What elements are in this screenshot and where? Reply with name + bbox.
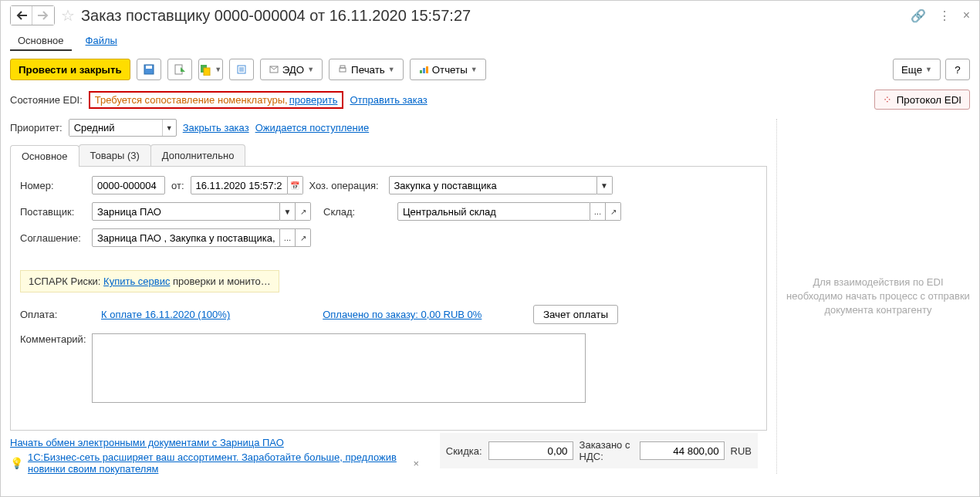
edo-label: ЭДО xyxy=(282,64,305,76)
offset-payment-button[interactable]: Зачет оплаты xyxy=(533,305,618,324)
svg-rect-10 xyxy=(340,68,346,72)
currency-label: RUB xyxy=(731,445,752,457)
calendar-icon[interactable]: 📅 xyxy=(288,176,303,194)
ellipsis-icon[interactable]: … xyxy=(590,202,606,221)
svg-rect-13 xyxy=(423,68,425,73)
titlebar: ☆ Заказ поставщику 0000-000004 от 16.11.… xyxy=(10,5,970,25)
chevron-down-icon[interactable]: ▼ xyxy=(597,176,613,194)
top-tabs: Основное Файлы xyxy=(10,32,970,51)
forward-button[interactable] xyxy=(32,6,54,25)
warehouse-group: … ↗ xyxy=(397,202,621,221)
supplier-input[interactable] xyxy=(92,202,280,221)
discount-input[interactable] xyxy=(488,441,573,460)
back-button[interactable] xyxy=(11,6,32,25)
comment-textarea[interactable] xyxy=(92,333,586,403)
inner-tab-goods[interactable]: Товары (3) xyxy=(79,144,151,166)
payment-label: Оплата: xyxy=(20,309,86,320)
svg-rect-12 xyxy=(420,70,422,73)
open-icon[interactable]: ↗ xyxy=(296,228,311,247)
agreement-input[interactable] xyxy=(92,228,280,247)
start-exchange-link[interactable]: Начать обмен электронными документами с … xyxy=(10,437,284,448)
paid-link[interactable]: Оплачено по заказу: 0,00 RUB 0% xyxy=(323,309,482,320)
expected-link[interactable]: Ожидается поступление xyxy=(255,122,370,134)
send-order-link[interactable]: Отправить заказ xyxy=(350,94,427,106)
op-group: ▼ xyxy=(389,176,613,194)
edo-button[interactable]: ЭДО▼ xyxy=(260,59,323,80)
save-button[interactable] xyxy=(137,59,161,80)
inner-tab-main[interactable]: Основное xyxy=(10,145,79,167)
number-label: Номер: xyxy=(20,180,86,191)
reports-button[interactable]: Отчеты▼ xyxy=(410,59,486,80)
spark-link[interactable]: Купить сервис xyxy=(103,276,170,287)
create-based-button[interactable]: ▼ xyxy=(198,59,223,80)
ellipsis-icon[interactable]: … xyxy=(280,228,296,247)
tab-files[interactable]: Файлы xyxy=(78,32,125,51)
print-label: Печать xyxy=(351,64,385,76)
close-order-link[interactable]: Закрыть заказ xyxy=(183,122,249,134)
priority-select[interactable]: ▼ xyxy=(69,119,177,137)
star-icon[interactable]: ☆ xyxy=(61,6,75,25)
open-icon[interactable]: ↗ xyxy=(296,202,311,221)
number-input[interactable] xyxy=(92,176,165,194)
comment-label: Комментарий: xyxy=(20,333,86,403)
title-icons: 🔗 ⋮ × xyxy=(911,8,970,23)
op-input[interactable] xyxy=(389,176,597,194)
tab-main[interactable]: Основное xyxy=(10,32,72,51)
link-icon[interactable]: 🔗 xyxy=(911,8,926,23)
to-pay-link[interactable]: К оплате 16.11.2020 (100%) xyxy=(101,309,230,320)
main-area: Приоритет: ▼ Закрыть заказ Ожидается пос… xyxy=(10,119,970,474)
left-panel: Приоритет: ▼ Закрыть заказ Ожидается пос… xyxy=(10,119,777,474)
post-button[interactable] xyxy=(167,59,192,80)
close-icon[interactable]: × xyxy=(963,8,970,22)
totals: Скидка: Заказано с НДС: RUB xyxy=(440,433,758,468)
warehouse-label: Склад: xyxy=(323,206,391,218)
chevron-down-icon[interactable]: ▼ xyxy=(280,202,296,221)
form-panel: Номер: от: 📅 Хоз. операция: ▼ Поставщик: xyxy=(10,167,767,431)
open-icon[interactable]: ↗ xyxy=(606,202,621,221)
bulb-icon: 💡 xyxy=(10,457,23,469)
right-panel: Для взаимодействия по EDI необходимо нач… xyxy=(777,119,970,474)
edi-info-message: Для взаимодействия по EDI необходимо нач… xyxy=(786,276,970,318)
window: ☆ Заказ поставщику 0000-000004 от 16.11.… xyxy=(0,0,980,497)
edi-status-box: Требуется сопоставление номенклатуры, пр… xyxy=(89,91,344,109)
check-link[interactable]: проверить xyxy=(289,94,338,106)
page-title: Заказ поставщику 0000-000004 от 16.11.20… xyxy=(81,7,904,25)
spark-prefix: 1СПАРК Риски: xyxy=(29,276,103,287)
tip-close-icon[interactable]: × xyxy=(413,458,419,469)
svg-rect-1 xyxy=(146,66,152,69)
discount-label: Скидка: xyxy=(446,445,482,457)
post-and-close-button[interactable]: Провести и закрыть xyxy=(10,59,130,80)
protocol-label: Протокол EDI xyxy=(897,94,961,106)
inner-tab-extra[interactable]: Дополнительно xyxy=(150,144,246,166)
priority-input[interactable] xyxy=(69,120,162,136)
chevron-down-icon[interactable]: ▼ xyxy=(162,120,176,136)
comment-area: Комментарий: xyxy=(20,333,757,403)
menu-icon[interactable]: ⋮ xyxy=(938,8,951,23)
supplier-label: Поставщик: xyxy=(20,206,86,218)
help-button[interactable]: ? xyxy=(945,59,970,80)
list-button[interactable] xyxy=(229,59,254,80)
spark-suffix: проверки и монито… xyxy=(170,276,270,287)
ordered-input[interactable] xyxy=(640,441,725,460)
reports-label: Отчеты xyxy=(432,64,468,76)
edi-warning: Требуется сопоставление номенклатуры, xyxy=(95,94,288,106)
protocol-edi-button[interactable]: ⁘ Протокол EDI xyxy=(874,90,970,110)
more-label: Еще xyxy=(901,64,922,76)
op-label: Хоз. операция: xyxy=(309,180,383,191)
priority-row: Приоритет: ▼ Закрыть заказ Ожидается пос… xyxy=(10,119,767,137)
more-button[interactable]: Еще▼ xyxy=(893,59,941,80)
supplier-group: ▼ ↗ xyxy=(92,202,311,221)
agreement-label: Соглашение: xyxy=(20,232,86,244)
from-label: от: xyxy=(171,180,184,191)
date-input[interactable] xyxy=(191,176,288,194)
svg-rect-14 xyxy=(426,66,428,73)
print-button[interactable]: Печать▼ xyxy=(329,59,404,80)
toolbar: Провести и закрыть ▼ ЭДО▼ Печать▼ Отчеты… xyxy=(10,59,970,80)
protocol-icon: ⁘ xyxy=(883,93,892,106)
svg-rect-4 xyxy=(204,68,210,76)
status-row: Состояние EDI: Требуется сопоставление н… xyxy=(10,90,970,110)
warehouse-input[interactable] xyxy=(397,202,590,221)
spark-box: 1СПАРК Риски: Купить сервис проверки и м… xyxy=(20,270,279,292)
payment-row: Оплата: К оплате 16.11.2020 (100%) Оплач… xyxy=(20,305,757,324)
tip-link[interactable]: 1С:Бизнес-сеть расширяет ваш ассортимент… xyxy=(28,451,405,475)
